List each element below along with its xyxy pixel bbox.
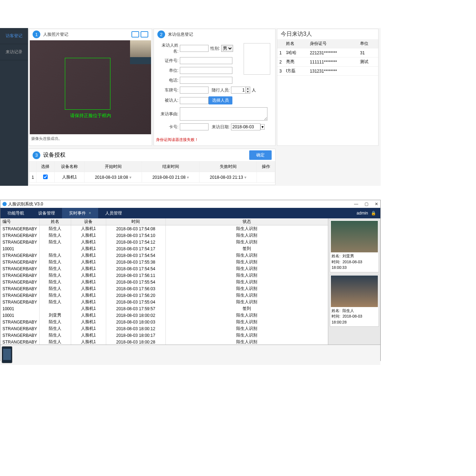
camera-status: 摄像头连接成功。	[29, 135, 152, 142]
spinner-down[interactable]: ▼	[246, 90, 250, 93]
table-row[interactable]: STRANGERBABY陌生人人脸机12018-08-03 18:00:28陌生…	[0, 339, 328, 345]
col-name: 姓名	[39, 218, 71, 225]
step-badge: 1	[33, 30, 40, 38]
label-visit-date: 来访日期:	[209, 124, 230, 130]
col-company: 单位	[358, 39, 378, 48]
col-id: 身份证号	[308, 39, 358, 48]
card-meta: 姓名: 刘亚男时间: 2018-08-03 18:00:33	[331, 252, 378, 271]
window-titlebar: 人脸识别系统 V3.0 — ▢ ✕	[0, 200, 380, 208]
visit-date-input[interactable]	[231, 123, 260, 130]
follow-count-stepper[interactable]: ▲▼	[231, 87, 250, 94]
camera-toolbar	[131, 31, 148, 38]
confirm-button[interactable]: 确定	[249, 150, 272, 160]
label-visited: 被访人:	[157, 97, 178, 103]
table-row[interactable]: STRANGERBABY陌生人人脸机12018-08-03 17:54:10陌生…	[0, 232, 328, 239]
follow-count-input[interactable]	[231, 87, 245, 93]
event-card[interactable]: 姓名: 陌生人时间: 2018-08-03 18:00:28	[330, 274, 379, 327]
panel-title: 人脸照片登记	[43, 32, 68, 38]
table-row[interactable]: 1人脸机12018-08-03 18:08 ▾2018-08-03 21:08 …	[29, 172, 275, 183]
table-row[interactable]: 11哈哈221231********31	[277, 48, 378, 57]
tab-实时事件[interactable]: 实时事件×	[62, 208, 98, 218]
face-recognition-app: 人脸识别系统 V3.0 — ▢ ✕ 功能导航设备管理实时事件×人员管理 admi…	[0, 200, 381, 361]
gender-select[interactable]: 男	[221, 45, 233, 52]
device-icon[interactable]	[2, 346, 12, 363]
col-end: 结束时间	[142, 162, 199, 172]
table-row[interactable]: STRANGERBABY陌生人人脸机12018-08-03 17:56:03陌生…	[0, 285, 328, 292]
panel-header: 1 人脸照片登记	[29, 29, 152, 40]
tab-人员管理[interactable]: 人员管理	[98, 208, 129, 218]
company-input[interactable]	[180, 67, 232, 74]
lock-icon[interactable]: 🔒	[371, 211, 376, 216]
plate-input[interactable]	[180, 87, 209, 94]
table-row[interactable]: STRANGERBABY陌生人人脸机12018-08-03 17:55:54陌生…	[0, 279, 328, 285]
menubar: 功能导航设备管理实时事件×人员管理 admin🔒	[0, 208, 380, 218]
camera-icon[interactable]	[131, 31, 139, 38]
table-row[interactable]: STRANGERBABY陌生人人脸机12018-08-03 18:00:17陌生…	[0, 332, 328, 339]
col-name: 设备名称	[54, 162, 84, 172]
table-row[interactable]: STRANGERBABY陌生人人脸机12018-08-03 17:55:04陌生…	[0, 299, 328, 305]
app-icon	[2, 202, 7, 206]
camera-hint: 请保持正脸位于框内	[30, 113, 151, 119]
label-visitor-name: 未访人姓名:	[157, 42, 178, 54]
close-tab-icon[interactable]: ×	[89, 211, 91, 216]
spinner-up[interactable]: ▲	[246, 87, 250, 90]
tab-功能导航[interactable]: 功能导航	[0, 208, 31, 218]
phone-input[interactable]	[180, 77, 232, 84]
events-table-wrap[interactable]: 编号 姓名 设备 时间 状态 STRANGERBABY陌生人人脸机12018-0…	[0, 218, 328, 345]
calendar-icon[interactable]: ▾	[260, 124, 265, 130]
face-photo-panel: 1 人脸照片登记 请保持正脸位于框内 摄像头连接成功。	[29, 29, 152, 146]
step-badge: 3	[33, 151, 40, 159]
idreader-status: 身份证阅读器连接失败！	[154, 136, 275, 143]
table-row[interactable]: STRANGERBABY陌生人人脸机12018-08-03 18:00:12陌生…	[0, 325, 328, 332]
label-gender: 性别:	[209, 46, 220, 52]
device-strip	[0, 345, 380, 365]
username: admin	[356, 211, 368, 216]
reason-input[interactable]	[180, 107, 267, 121]
table-row[interactable]: STRANGERBABY陌生人人脸机12018-08-03 17:55:38陌生…	[0, 259, 328, 265]
events-area: 编号 姓名 设备 时间 状态 STRANGERBABY陌生人人脸机12018-0…	[0, 218, 380, 345]
maximize-button[interactable]: ▢	[365, 202, 368, 206]
folder-icon[interactable]	[141, 31, 148, 38]
label-company: 单位:	[157, 68, 178, 74]
table-row[interactable]: 10001人脸机12018-08-03 17:59:57签到	[0, 305, 328, 312]
table-row[interactable]: STRANGERBABY陌生人人脸机12018-08-03 18:00:03陌生…	[0, 319, 328, 325]
tab-设备管理[interactable]: 设备管理	[31, 208, 62, 218]
minimize-button[interactable]: —	[354, 202, 358, 206]
face-thumbnail	[130, 40, 151, 64]
visited-input[interactable]	[180, 97, 209, 104]
face-image	[331, 276, 378, 307]
sidebar-item-records[interactable]: 来访记录	[0, 44, 28, 60]
table-header-row: 姓名身份证号单位	[277, 39, 378, 48]
col-expire: 失效时间	[199, 162, 257, 172]
device-checkbox[interactable]	[43, 175, 48, 179]
face-guide-box	[65, 58, 110, 110]
idno-input[interactable]	[180, 57, 232, 64]
close-button[interactable]: ✕	[375, 202, 378, 206]
table-row[interactable]: 10001人脸机12018-08-03 17:54:17签到	[0, 245, 328, 252]
visitor-name-input[interactable]	[180, 45, 209, 52]
table-row[interactable]: STRANGERBABY陌生人人脸机12018-08-03 17:54:08陌生…	[0, 225, 328, 232]
today-table: 姓名身份证号单位 11哈哈221231********312亮亮111111**…	[277, 39, 378, 76]
table-row[interactable]: STRANGERBABY陌生人人脸机12018-08-03 17:56:11陌生…	[0, 272, 328, 279]
table-row[interactable]: STRANGERBABY陌生人人脸机12018-08-03 17:54:54陌生…	[0, 265, 328, 272]
visit-info-panel: 2 来访信息登记 未访人姓名: 性别:男 证件号: 单位: 电话: 车牌号: 随…	[154, 29, 276, 146]
sidebar-item-register[interactable]: 访客登记	[0, 28, 28, 44]
card-meta: 姓名: 陌生人时间: 2018-08-03 18:00:28	[331, 307, 378, 326]
table-row[interactable]: STRANGERBABY陌生人人脸机12018-08-03 17:56:20陌生…	[0, 292, 328, 299]
event-card[interactable]: 姓名: 刘亚男时间: 2018-08-03 18:00:33	[330, 220, 379, 272]
panel-title: 今日来访3人	[277, 29, 378, 39]
events-table: 编号 姓名 设备 时间 状态 STRANGERBABY陌生人人脸机12018-0…	[0, 218, 328, 345]
follow-unit: 人	[252, 87, 256, 93]
camera-preview: 请保持正脸位于框内	[30, 40, 151, 134]
col-start: 开始时间	[84, 162, 142, 172]
col-id: 编号	[0, 218, 39, 225]
today-visitors-panel: 今日来访3人 姓名身份证号单位 11哈哈221231********312亮亮1…	[277, 29, 379, 146]
card-input[interactable]	[180, 123, 209, 130]
table-row[interactable]: STRANGERBABY陌生人人脸机12018-08-03 17:54:54陌生…	[0, 252, 328, 259]
select-person-button[interactable]: 选择人员	[209, 96, 232, 104]
table-row[interactable]: 10001刘亚男人脸机12018-08-03 18:00:02陌生人识别	[0, 312, 328, 319]
table-row[interactable]: 2亮亮111111********测试	[277, 57, 378, 67]
step-badge: 2	[157, 30, 165, 38]
table-row[interactable]: 3I方磊131231********	[277, 67, 378, 76]
table-row[interactable]: STRANGERBABY陌生人人脸机12018-08-03 17:54:12陌生…	[0, 239, 328, 245]
